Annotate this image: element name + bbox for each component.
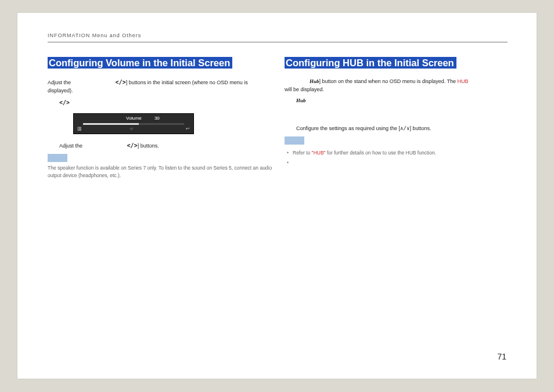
txt: ] buttons. <box>138 143 159 149</box>
volume-label: Volume 30 <box>126 115 160 122</box>
up-down-icon: ∧/∨ <box>400 125 409 131</box>
txt: ] buttons. <box>409 125 431 131</box>
left-note: . The speaker function is available on S… <box>48 153 274 179</box>
left-right-icon: </> <box>127 142 138 149</box>
volume-fill <box>83 123 139 125</box>
txt: Adjust the <box>59 143 84 149</box>
note-list: Refer to "HUB" for further details on ho… <box>287 149 511 167</box>
txt: will be displayed. <box>285 87 324 92</box>
left-intro: Adjust the Volume using the [</>] button… <box>48 78 274 95</box>
hub-red: HUB <box>458 78 469 84</box>
document-page: INFORMATION Menu and Others Configuring … <box>17 13 537 379</box>
note-tag: . <box>48 154 67 162</box>
hidden-text: Press the [ <box>285 78 310 84</box>
right-step2: Configure the settings as required using… <box>296 125 511 133</box>
left-step2: Adjust the Volume using the [</>] button… <box>59 141 274 150</box>
hidden-text: . <box>293 160 294 166</box>
left-column: Configuring Volume in the Initial Screen… <box>48 56 274 179</box>
hub-icon: Hub <box>296 98 306 103</box>
mute-icon: ▥ <box>77 125 82 132</box>
list-item: Refer to "HUB" for further details on ho… <box>287 149 511 157</box>
hub-icon: Hub <box>310 78 319 84</box>
heading-right-text: Configuring HUB in the Initial Screen <box>285 57 456 69</box>
volume-osd-graphic: Volume 30 ▥ ○ ↩ <box>73 113 193 134</box>
right-intro: Press the [Hub] button on the stand when… <box>285 78 511 93</box>
txt: for further details on how to use the HU… <box>326 150 436 156</box>
hidden-text: menu <box>469 78 483 84</box>
list-item: . <box>287 159 511 167</box>
left-right-icon: </> <box>59 99 70 106</box>
horizontal-rule <box>48 42 508 42</box>
right-note: . Refer to "HUB" for further details on … <box>285 136 511 167</box>
note-tag: . <box>285 136 304 145</box>
left-step1: </> <box>59 98 274 107</box>
page-number: 71 <box>497 352 506 361</box>
txt: Configure the settings as required using… <box>296 125 400 131</box>
txt: Adjust the <box>48 80 73 85</box>
left-right-icon: </> <box>116 79 126 85</box>
volume-bar: Volume 30 ▥ ○ ↩ <box>73 113 194 134</box>
note-text: The speaker function is available on Ser… <box>48 164 274 179</box>
hidden-text: Volume using the [ <box>84 143 127 149</box>
txt: Refer to <box>293 150 312 156</box>
right-column: Configuring HUB in the Initial Screen Pr… <box>285 56 511 169</box>
volume-value: 30 <box>154 116 160 121</box>
txt: ] button on the stand when no OSD menu i… <box>319 78 458 84</box>
heading-left-text: Configuring Volume in the Initial Screen <box>48 57 232 69</box>
volume-track <box>83 123 184 125</box>
return-icon: ↩ <box>186 125 190 132</box>
heading-left: Configuring Volume in the Initial Screen <box>48 56 274 70</box>
txt: Volume <box>126 116 142 121</box>
indicator-icon: ○ <box>130 125 133 132</box>
heading-right: Configuring HUB in the Initial Screen <box>285 56 511 70</box>
hub-link: "HUB" <box>312 150 326 156</box>
hidden-text: Volume using the [ <box>73 80 116 85</box>
section-header: INFORMATION Menu and Others <box>48 33 141 38</box>
right-step1: Hub <box>296 97 511 105</box>
